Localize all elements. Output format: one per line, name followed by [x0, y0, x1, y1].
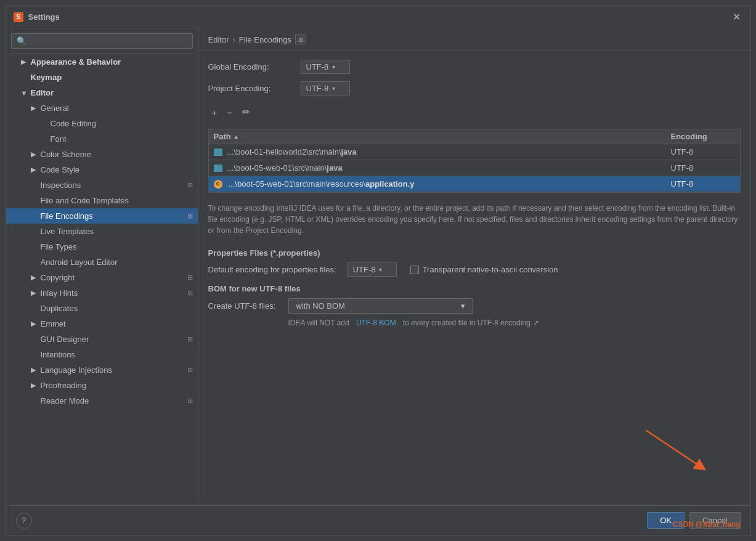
arrow-icon — [31, 305, 38, 312]
project-encoding-dropdown[interactable]: UTF-8 ▾ — [301, 81, 350, 96]
col-encoding-header[interactable]: Encoding — [666, 129, 740, 144]
sidebar-item-appearance[interactable]: ▶ Appearance & Behavior — [6, 54, 198, 70]
bom-section-label: BOM for new UTF-8 files — [208, 284, 741, 293]
arrow-icon — [31, 197, 38, 205]
file-table: Path ▲ Encoding ...\boot-01-helloworld2\… — [208, 129, 741, 193]
edit-button[interactable]: ✏ — [238, 105, 254, 119]
col-encoding-label: Encoding — [671, 132, 707, 141]
folder-icon — [214, 148, 222, 156]
sidebar-item-font[interactable]: Font — [6, 131, 198, 147]
remove-button[interactable]: − — [223, 106, 236, 119]
sidebar-item-label: File Encodings — [41, 211, 93, 221]
sidebar-item-code-editing[interactable]: Code Editing — [6, 116, 198, 131]
sidebar-item-label: Duplicates — [41, 304, 78, 313]
help-button[interactable]: ? — [16, 513, 32, 529]
table-row[interactable]: ⚙ ...\boot-05-web-01\src\main\resources\… — [209, 176, 740, 192]
default-encoding-label: Default encoding for properties files: — [208, 265, 336, 274]
transparent-checkbox[interactable] — [410, 266, 419, 274]
settings-icon: ⊞ — [187, 289, 193, 297]
sidebar-item-file-types[interactable]: File Types — [6, 239, 198, 254]
sidebar-item-gui-designer[interactable]: GUI Designer ⊞ — [6, 332, 198, 347]
sidebar-item-copyright[interactable]: ▶ Copyright ⊞ — [6, 270, 198, 285]
sidebar-item-keymap[interactable]: Keymap — [6, 70, 198, 85]
sidebar-item-inlay-hints[interactable]: ▶ Inlay Hints ⊞ — [6, 285, 198, 301]
table-row[interactable]: ...\boot-01-helloworld2\src\main\java UT… — [209, 144, 740, 160]
title-bar: S Settings ✕ — [6, 6, 750, 28]
path-value: ...\boot-05-web-01\src\main\java — [227, 163, 343, 173]
sidebar-item-proofreading[interactable]: ▶ Proofreading — [6, 378, 198, 393]
close-button[interactable]: ✕ — [730, 11, 743, 23]
sidebar-item-general[interactable]: ▶ General — [6, 100, 198, 116]
chevron-down-icon: ▾ — [461, 301, 465, 311]
add-button[interactable]: + — [208, 106, 221, 119]
settings-icon: ⊞ — [187, 366, 193, 374]
sidebar-item-language-injections[interactable]: ▶ Language Injections ⊞ — [6, 362, 198, 378]
sidebar-item-label: Proofreading — [41, 381, 86, 390]
global-encoding-dropdown[interactable]: UTF-8 ▾ — [301, 60, 350, 74]
search-input[interactable] — [11, 33, 193, 49]
table-toolbar: + − ✏ — [208, 103, 741, 121]
sidebar-item-android-layout-editor[interactable]: Android Layout Editor — [6, 254, 198, 270]
arrow-icon: ▶ — [21, 58, 28, 66]
sidebar-item-label: File Types — [41, 242, 77, 251]
col-path-header[interactable]: Path ▲ — [209, 129, 666, 144]
breadcrumb-sep: › — [232, 35, 235, 44]
arrow-icon: ▶ — [31, 150, 38, 158]
path-value: ...\boot-05-web-01\src\main\resources\ap… — [229, 179, 415, 189]
sidebar-item-intentions[interactable]: Intentions — [6, 347, 198, 362]
sidebar-item-label: Code Editing — [51, 119, 96, 128]
settings-icon: ⊞ — [187, 397, 193, 405]
bom-value: with NO BOM — [296, 301, 345, 311]
settings-icon: ⊞ — [187, 212, 193, 220]
arrow-icon — [31, 213, 38, 220]
arrow-icon — [21, 74, 28, 81]
sidebar-item-reader-mode[interactable]: Reader Mode ⊞ — [6, 393, 198, 409]
global-encoding-row: Global Encoding: UTF-8 ▾ — [208, 60, 741, 74]
sidebar-item-label: Font — [51, 134, 67, 144]
sidebar-item-label: Color Scheme — [41, 150, 91, 159]
settings-icon: ⊞ — [187, 335, 193, 343]
default-encoding-dropdown[interactable]: UTF-8 ▾ — [348, 262, 397, 277]
bom-info-link[interactable]: UTF-8 BOM — [356, 319, 396, 327]
table-cell-path: ...\boot-01-helloworld2\src\main\java — [209, 144, 666, 160]
table-row[interactable]: ...\boot-05-web-01\src\main\java UTF-8 — [209, 160, 740, 176]
bom-section: BOM for new UTF-8 files Create UTF-8 fil… — [208, 284, 741, 327]
settings-icon: ⊞ — [187, 274, 193, 282]
main-panel: Editor › File Encodings ⊞ Global Encodin… — [198, 28, 750, 505]
bom-info-after: to every created file in UTF-8 encoding — [403, 319, 530, 327]
table-cell-encoding: UTF-8 — [666, 176, 740, 192]
transparent-checkbox-wrap: Transparent native-to-ascii conversion — [410, 265, 558, 274]
chevron-down-icon: ▾ — [379, 266, 382, 273]
sidebar-item-color-scheme[interactable]: ▶ Color Scheme — [6, 147, 198, 162]
table-header: Path ▲ Encoding — [209, 129, 740, 144]
col-path-label: Path — [214, 132, 231, 141]
table-cell-path: ...\boot-05-web-01\src\main\java — [209, 160, 666, 176]
sidebar-item-file-encodings[interactable]: File Encodings ⊞ — [6, 208, 198, 224]
sidebar-item-label: Intentions — [41, 350, 75, 359]
sidebar-item-emmet[interactable]: ▶ Emmet — [6, 316, 198, 332]
sidebar-item-live-templates[interactable]: Live Templates — [6, 224, 198, 239]
table-cell-path: ⚙ ...\boot-05-web-01\src\main\resources\… — [209, 176, 666, 192]
sidebar-item-label: Live Templates — [41, 227, 94, 236]
sidebar-item-label: GUI Designer — [41, 335, 89, 344]
bom-row: Create UTF-8 files: with NO BOM ▾ — [208, 298, 741, 314]
sidebar-item-code-style[interactable]: ▶ Code Style — [6, 162, 198, 177]
encoding-value: UTF-8 — [671, 179, 694, 189]
sidebar-item-file-code-templates[interactable]: File and Code Templates — [6, 193, 198, 208]
sidebar-item-label: Appearance & Behavior — [31, 57, 121, 67]
sidebar-item-inspections[interactable]: Inspections ⊞ — [6, 177, 198, 193]
dialog-content: ▶ Appearance & Behavior Keymap ▼ Editor … — [6, 28, 750, 505]
info-text: To change encoding IntelliJ IDEA uses fo… — [208, 200, 741, 238]
global-encoding-label: Global Encoding: — [208, 62, 295, 71]
sidebar-item-duplicates[interactable]: Duplicates — [6, 301, 198, 316]
sidebar-item-editor[interactable]: ▼ Editor — [6, 85, 198, 100]
bom-dropdown[interactable]: with NO BOM ▾ — [288, 298, 473, 314]
arrow-icon: ▶ — [31, 166, 38, 174]
arrow-icon — [31, 351, 38, 359]
arrow-icon — [41, 120, 48, 128]
chevron-down-icon: ▾ — [332, 85, 335, 92]
path-value: ...\boot-01-helloworld2\src\main\java — [227, 147, 357, 157]
sort-asc-icon: ▲ — [234, 134, 239, 140]
sidebar-item-label: Inlay Hints — [41, 288, 78, 298]
watermark: CSDN @Xbai_hang — [673, 520, 741, 529]
